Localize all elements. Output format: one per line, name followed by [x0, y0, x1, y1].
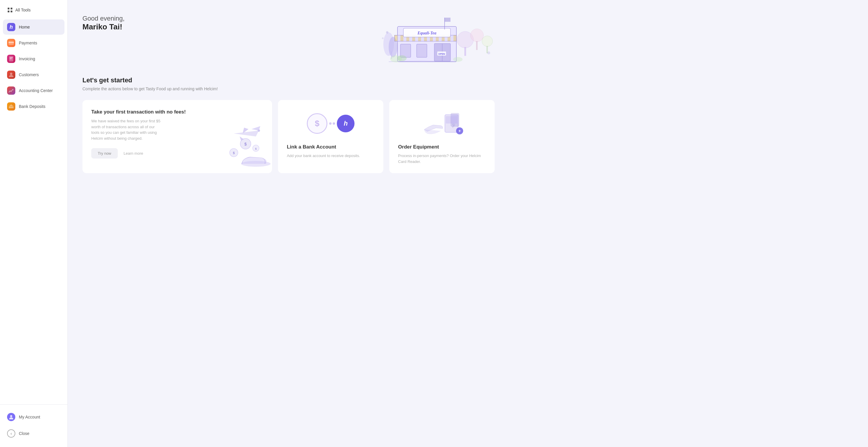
equipment-illustration: + — [418, 110, 465, 137]
connector-dot-2 — [333, 122, 335, 125]
link-bank-title: Link a Bank Account — [287, 144, 374, 150]
svg-text:$: $ — [244, 142, 247, 146]
sidebar-item-payments[interactable]: Payments — [3, 35, 64, 50]
svg-text:$: $ — [255, 147, 257, 150]
svg-point-37 — [382, 37, 384, 39]
helcim-logo-circle: h — [337, 115, 354, 132]
all-tools-button[interactable]: All Tools — [5, 5, 63, 15]
link-bank-description: Add your bank account to receive deposit… — [287, 153, 374, 159]
connector — [329, 122, 335, 125]
grid-icon — [8, 8, 12, 12]
svg-point-34 — [397, 55, 407, 61]
svg-rect-1 — [8, 42, 14, 43]
store-illustration: Equali-Tea OPEN — [371, 12, 495, 65]
get-started-subtitle: Complete the actions below to get Tasty … — [83, 87, 495, 91]
invoicing-icon — [7, 55, 15, 63]
greeting-name: Mariko Tai! — [83, 22, 125, 31]
svg-point-39 — [258, 129, 260, 132]
close-label: Close — [19, 431, 29, 436]
sidebar-item-payments-label: Payments — [19, 41, 37, 45]
svg-text:OPEN: OPEN — [438, 53, 445, 55]
svg-text:Equali-Tea: Equali-Tea — [417, 31, 436, 35]
sidebar-item-customers-label: Customers — [19, 72, 39, 77]
order-equipment-title: Order Equipment — [398, 144, 486, 150]
sidebar-item-bank[interactable]: Bank Deposits — [3, 99, 64, 114]
sidebar-item-accounting[interactable]: Accounting Center — [3, 83, 64, 98]
svg-rect-22 — [416, 44, 427, 57]
header-section: Good evening, Mariko Tai! — [83, 12, 495, 65]
svg-text:$: $ — [233, 151, 235, 155]
svg-point-38 — [487, 51, 490, 55]
main-content: Good evening, Mariko Tai! — [68, 0, 868, 447]
sidebar-item-invoicing[interactable]: Invoicing — [3, 51, 64, 66]
all-tools-label: All Tools — [15, 8, 31, 12]
payments-icon — [7, 39, 15, 47]
try-now-button[interactable]: Try now — [91, 148, 118, 159]
first-transaction-card: Take your first transaction with no fees… — [83, 100, 272, 173]
accounting-icon — [7, 87, 15, 95]
equipment-icon-area: + — [398, 109, 486, 138]
link-bank-card: $ h Link a Bank Account Add your bank ac… — [278, 100, 383, 173]
customers-icon — [7, 71, 15, 79]
learn-more-button[interactable]: Learn more — [124, 151, 143, 156]
dollar-sign: $ — [315, 119, 319, 128]
chevron-left-icon: ‹ — [7, 429, 15, 438]
svg-rect-3 — [10, 57, 13, 58]
connector-dot-1 — [329, 122, 332, 125]
svg-text:+: + — [459, 129, 461, 133]
greeting: Good evening, Mariko Tai! — [83, 12, 125, 31]
order-equipment-card: + Order Equipment Process in-person paym… — [389, 100, 495, 173]
svg-point-36 — [386, 31, 389, 34]
nav-list: h Home Payments Invoicing — [0, 18, 67, 404]
greeting-subtitle: Good evening, — [83, 15, 125, 22]
card-description: We have waived the fees on your first $5… — [91, 118, 162, 141]
sidebar-item-home-label: Home — [19, 25, 30, 29]
sidebar-item-bank-label: Bank Deposits — [19, 104, 45, 109]
transaction-illustration: $ $ $ — [210, 120, 272, 167]
svg-point-29 — [470, 29, 484, 42]
close-button[interactable]: ‹ Close — [3, 426, 64, 441]
svg-rect-28 — [464, 47, 466, 56]
svg-rect-50 — [452, 114, 458, 124]
card-title: Take your first transaction with no fees… — [91, 109, 263, 115]
order-equipment-description: Process in-person payments? Order your H… — [398, 153, 486, 164]
svg-rect-4 — [10, 59, 12, 59]
my-account-button[interactable]: My Account — [3, 409, 64, 425]
cards-grid: Take your first transaction with no fees… — [83, 100, 495, 173]
my-account-label: My Account — [19, 415, 40, 419]
sidebar-bottom: My Account ‹ Close — [0, 404, 67, 447]
sidebar-item-customers[interactable]: Customers — [3, 67, 64, 82]
svg-rect-30 — [476, 41, 477, 50]
sidebar-item-accounting-label: Accounting Center — [19, 88, 53, 93]
get-started-section: Let's get started Complete the actions b… — [83, 76, 495, 91]
home-icon: h — [7, 23, 15, 31]
svg-rect-20 — [444, 18, 451, 22]
svg-point-7 — [10, 415, 12, 417]
svg-point-5 — [10, 73, 12, 75]
sidebar-item-invoicing-label: Invoicing — [19, 57, 35, 61]
bank-icon — [7, 102, 15, 111]
bank-icon-area: $ h — [287, 109, 374, 138]
svg-point-31 — [482, 36, 493, 46]
svg-rect-6 — [9, 106, 13, 108]
sidebar-item-home[interactable]: h Home — [3, 20, 64, 35]
get-started-title: Let's get started — [83, 76, 495, 84]
svg-point-35 — [453, 57, 463, 62]
coin-circle: $ — [307, 113, 328, 134]
avatar — [7, 413, 15, 421]
bank-icon-group: $ h — [307, 113, 354, 134]
sidebar: All Tools h Home Payments — [0, 0, 68, 447]
sidebar-top: All Tools — [0, 0, 67, 18]
